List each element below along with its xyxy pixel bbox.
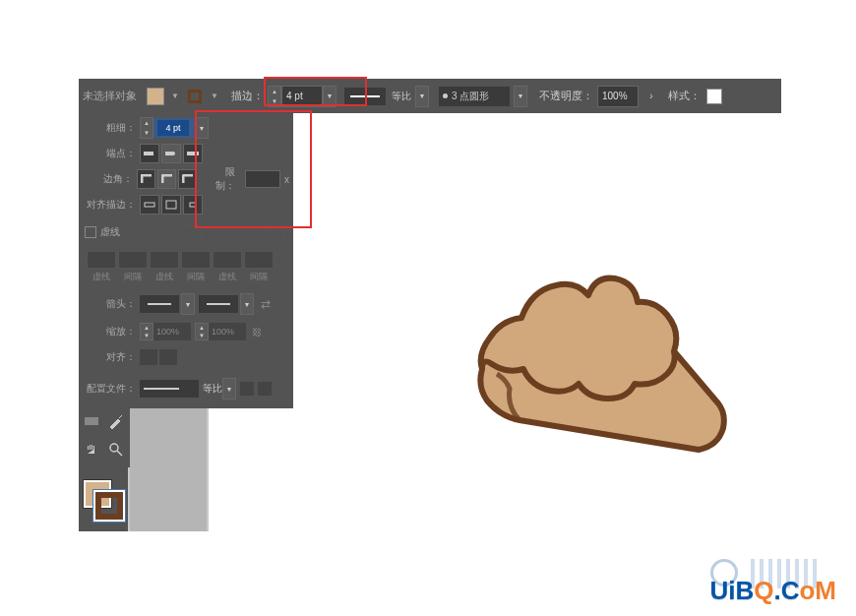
arrow-align-tip-button[interactable] <box>159 349 177 365</box>
zoom-icon <box>108 442 124 458</box>
scale-end-group: ▲ ▼ 100% <box>195 323 246 340</box>
align-center-button[interactable] <box>140 195 159 215</box>
arrow-start-dropdown[interactable]: ▼ <box>181 293 195 315</box>
dash-label-2: 间隔 <box>118 271 148 283</box>
gap-input-2[interactable] <box>181 251 211 269</box>
fill-color-swatch[interactable] <box>147 88 164 105</box>
style-swatch[interactable] <box>706 89 722 104</box>
align-stroke-row: 对齐描边： <box>79 192 293 217</box>
swap-arrow-icon[interactable]: ⇄ <box>258 296 274 312</box>
svg-rect-5 <box>166 201 176 209</box>
dash-input-1[interactable] <box>87 251 116 269</box>
cloud-artwork[interactable] <box>462 261 728 477</box>
chevron-up-icon[interactable]: ▲ <box>141 118 153 128</box>
scale-start-stepper[interactable]: ▲ ▼ <box>140 323 153 340</box>
dash-label-3: 虚线 <box>150 271 179 283</box>
stroke-weight-input-group: ▲ ▼ 4 pt ▼ <box>268 86 336 107</box>
brush-preset-select[interactable]: 3 点圆形 <box>439 87 510 106</box>
eyedropper-icon <box>108 413 124 429</box>
corner-row: 边角： 限制： x <box>79 166 293 192</box>
weight-field[interactable]: 4 pt <box>153 118 195 138</box>
watermark-text-om: oM <box>799 576 836 606</box>
arrow-start-select[interactable] <box>140 295 179 313</box>
dash-label-1: 虚线 <box>87 271 116 283</box>
hand-tool[interactable] <box>81 439 102 461</box>
chevron-up-icon[interactable]: ▲ <box>141 324 153 332</box>
dash-labels-row: 虚线 间隔 虚线 间隔 虚线 间隔 <box>79 271 293 283</box>
fill-dropdown-icon[interactable]: ▼ <box>168 90 182 103</box>
svg-rect-6 <box>190 203 196 207</box>
hand-icon <box>84 442 99 458</box>
scale-end-field[interactable]: 100% <box>209 323 246 340</box>
corner-bevel-button[interactable] <box>178 169 197 189</box>
weight-value: 4 pt <box>157 120 189 136</box>
zoom-tool[interactable] <box>105 439 127 461</box>
align-outside-button[interactable] <box>183 195 203 215</box>
stroke-dropdown-icon[interactable]: ▼ <box>208 90 221 103</box>
dash-label: 虚线 <box>100 225 120 239</box>
tools-sidebar <box>79 408 130 467</box>
opacity-label: 不透明度： <box>539 89 593 103</box>
profile-dropdown[interactable]: ▼ <box>415 86 429 107</box>
cap-projecting-button[interactable] <box>183 144 203 163</box>
cap-butt-button[interactable] <box>140 144 159 163</box>
limit-label: 限制： <box>207 165 234 193</box>
svg-rect-4 <box>145 203 154 207</box>
weight-stepper[interactable]: ▲ ▼ <box>140 117 153 139</box>
selection-status: 未选择对象 <box>83 89 137 103</box>
stroke-profile-select[interactable] <box>344 88 386 105</box>
align-inside-icon <box>165 200 177 210</box>
profile-select[interactable] <box>140 380 199 398</box>
gradient-tool[interactable] <box>81 410 102 432</box>
stroke-weight-field[interactable]: 4 pt <box>281 86 323 107</box>
scale-end-stepper[interactable]: ▲ ▼ <box>195 323 209 340</box>
stroke-color-swatch[interactable] <box>186 88 204 105</box>
chevron-up-icon[interactable]: ▲ <box>196 324 208 332</box>
cap-label: 端点： <box>83 147 136 160</box>
brush-dropdown[interactable]: ▼ <box>514 86 527 107</box>
profile-row: 配置文件： 等比 ▼ <box>79 374 293 403</box>
svg-rect-7 <box>85 417 98 425</box>
chevron-down-icon[interactable]: ▼ <box>196 332 208 339</box>
brush-preset-text: 3 点圆形 <box>452 90 489 103</box>
link-icon[interactable]: ⛓ <box>250 325 264 339</box>
limit-x: x <box>284 174 289 185</box>
eyedropper-tool[interactable] <box>105 410 127 432</box>
chevron-down-icon[interactable]: ▼ <box>269 96 280 106</box>
chevron-up-icon[interactable]: ▲ <box>269 87 280 96</box>
stroke-weight-dropdown[interactable]: ▼ <box>323 86 336 107</box>
scale-start-field[interactable]: 100% <box>153 323 191 340</box>
stroke-swatch[interactable] <box>95 492 123 520</box>
dash-checkbox[interactable] <box>85 226 96 238</box>
corner-miter-icon <box>141 174 153 184</box>
align-inside-button[interactable] <box>161 195 181 215</box>
cap-round-button[interactable] <box>161 144 181 163</box>
limit-field[interactable] <box>245 170 280 188</box>
arrow-end-select[interactable] <box>199 295 238 313</box>
chevron-down-icon[interactable]: ▼ <box>141 128 153 138</box>
arrow-align-extend-button[interactable] <box>140 349 157 365</box>
dash-input-2[interactable] <box>150 251 179 269</box>
gap-input-1[interactable] <box>118 251 148 269</box>
dash-align-icon[interactable] <box>264 225 285 239</box>
corner-miter-button[interactable] <box>137 169 155 189</box>
gradient-icon <box>84 413 99 429</box>
dash-input-3[interactable] <box>213 251 242 269</box>
chevron-down-icon[interactable]: ▼ <box>141 332 153 339</box>
flip-v-icon[interactable] <box>258 382 272 396</box>
weight-label: 粗细： <box>83 121 136 135</box>
flip-h-icon[interactable] <box>240 382 254 396</box>
profile-line-icon <box>350 95 380 97</box>
opacity-field[interactable]: 100% <box>597 86 639 107</box>
weight-dropdown[interactable]: ▼ <box>195 117 209 139</box>
gap-input-3[interactable] <box>244 251 274 269</box>
profile-panel-dropdown[interactable]: ▼ <box>222 378 236 400</box>
dash-inputs-row <box>79 251 293 269</box>
scale-label: 缩放： <box>83 325 136 339</box>
corner-round-button[interactable] <box>157 169 176 189</box>
stroke-weight-stepper[interactable]: ▲ ▼ <box>268 86 281 107</box>
style-label: 样式： <box>668 89 701 103</box>
expand-icon[interactable]: › <box>646 90 656 103</box>
arrow-end-dropdown[interactable]: ▼ <box>240 293 254 315</box>
dash-preserve-icon[interactable] <box>180 225 202 239</box>
